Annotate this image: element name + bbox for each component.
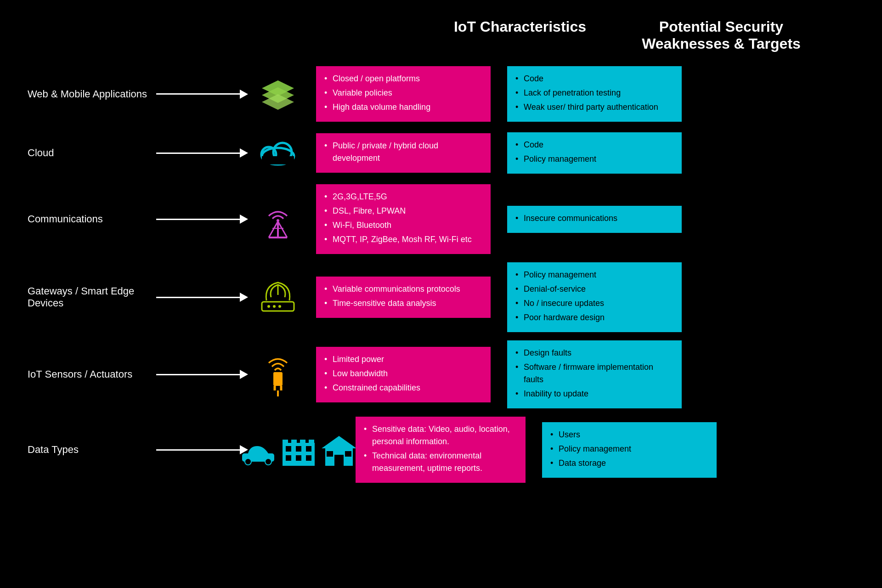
characteristic-item: High data volume handling — [324, 101, 482, 113]
arrow-iot-sensors — [156, 370, 248, 379]
weakness-item: Code — [515, 73, 673, 85]
row-data-types: Data Types Sensitive data: Video, audi — [28, 417, 854, 483]
arrow-communications — [156, 215, 248, 224]
label-iot-sensors: IoT Sensors / Actuators — [28, 368, 156, 380]
svg-point-14 — [267, 305, 270, 308]
svg-rect-33 — [309, 440, 314, 444]
row-iot-sensors: IoT Sensors / Actuators Limited powerLow… — [28, 340, 854, 408]
label-data-types: Data Types — [28, 444, 156, 456]
label-communications: Communications — [28, 213, 156, 225]
characteristics-web-mobile: Closed / open platformsVariable policies… — [316, 66, 491, 122]
icon-cloud — [248, 137, 308, 169]
icon-gateways — [248, 281, 308, 313]
characteristic-item: Technical data: environmental measuremen… — [364, 450, 517, 475]
svg-rect-6 — [262, 156, 294, 164]
characteristics-iot-sensors: Limited powerLow bandwidthConstrained ca… — [316, 347, 491, 402]
characteristic-item: 2G,3G,LTE,5G — [324, 191, 482, 203]
svg-rect-38 — [345, 451, 351, 457]
label-gateways: Gateways / Smart Edge Devices — [28, 285, 156, 309]
characteristic-item: Variable policies — [324, 87, 482, 99]
weakness-item: Code — [515, 139, 673, 151]
weakness-item: Policy management — [515, 153, 673, 165]
weakness-item: Weak user/ third party authentication — [515, 101, 673, 113]
arrow-data-types — [156, 445, 248, 454]
row-gateways: Gateways / Smart Edge Devices Variable c… — [28, 262, 854, 332]
weakness-item: Insecure communications — [515, 212, 673, 225]
arrow-web-mobile — [156, 90, 248, 99]
weakness-item: Lack of penetration testing — [515, 87, 673, 99]
weakness-item: Denial-of-service — [515, 283, 673, 295]
row-web-mobile: Web & Mobile Applications Closed / open … — [28, 66, 854, 122]
weakness-item: Policy management — [550, 443, 708, 455]
characteristic-item: Constrained capabilities — [324, 382, 482, 394]
icon-web-mobile — [248, 78, 308, 110]
characteristic-item: Low bandwidth — [324, 368, 482, 380]
svg-rect-36 — [334, 455, 344, 466]
svg-rect-30 — [283, 440, 288, 444]
svg-point-21 — [245, 458, 251, 465]
characteristic-item: Variable communications protocols — [324, 283, 482, 295]
characteristic-item: Limited power — [324, 353, 482, 366]
characteristic-item: MQTT, IP, ZigBee, Mosh RF, Wi-Fi etc — [324, 233, 482, 246]
col-header-weaknesses: Potential SecurityWeaknesses & Targets — [625, 18, 818, 52]
svg-rect-24 — [286, 446, 291, 452]
svg-rect-25 — [296, 446, 301, 452]
weakness-item: Inability to update — [515, 388, 673, 400]
characteristic-item: Sensitive data: Video, audio, location, … — [364, 423, 517, 448]
column-headers: IoT Characteristics Potential SecurityWe… — [28, 18, 854, 52]
icon-communications — [248, 198, 308, 240]
characteristics-cloud: Public / private / hybrid cloud developm… — [316, 133, 491, 173]
weakness-item: Data storage — [550, 457, 708, 469]
content-area: Web & Mobile Applications Closed / open … — [28, 66, 854, 483]
weakness-item: Policy management — [515, 269, 673, 281]
svg-point-12 — [277, 219, 279, 222]
characteristics-gateways: Variable communications protocolsTime-se… — [316, 277, 491, 318]
label-cloud: Cloud — [28, 147, 156, 159]
weakness-item: Users — [550, 429, 708, 441]
svg-point-22 — [265, 458, 271, 465]
svg-rect-37 — [327, 451, 333, 457]
weaknesses-communications: Insecure communications — [507, 206, 682, 233]
characteristic-item: Public / private / hybrid cloud developm… — [324, 140, 482, 164]
characteristic-item: Wi-Fi, Bluetooth — [324, 219, 482, 232]
weaknesses-web-mobile: CodeLack of penetration testingWeak user… — [507, 66, 682, 122]
svg-rect-28 — [296, 455, 301, 461]
arrow-gateways — [156, 293, 248, 302]
svg-rect-27 — [286, 455, 291, 461]
row-cloud: Cloud Public / private / hybrid cloud de… — [28, 130, 854, 176]
arrow-cloud — [156, 148, 248, 158]
svg-rect-13 — [262, 302, 294, 311]
characteristic-item: Closed / open platforms — [324, 73, 482, 85]
characteristic-item: DSL, Fibre, LPWAN — [324, 205, 482, 217]
svg-rect-26 — [306, 446, 311, 452]
weaknesses-data-types: UsersPolicy managementData storage — [542, 422, 717, 478]
weaknesses-gateways: Policy managementDenial-of-serviceNo / i… — [507, 262, 682, 332]
weakness-item: No / insecure updates — [515, 297, 673, 310]
weaknesses-cloud: CodePolicy management — [507, 132, 682, 174]
svg-rect-17 — [273, 372, 283, 386]
icon-data-types — [248, 434, 349, 466]
svg-point-16 — [278, 305, 281, 308]
characteristic-item: Time-sensitive data analysis — [324, 297, 482, 310]
page: IoT Characteristics Potential SecurityWe… — [0, 0, 882, 588]
characteristics-communications: 2G,3G,LTE,5GDSL, Fibre, LPWANWi-Fi, Blue… — [316, 184, 491, 254]
weakness-item: Design faults — [515, 347, 673, 359]
row-communications: Communications 2G,3G,LTE,5GDSL, Fibre, L… — [28, 184, 854, 254]
icon-iot-sensors — [248, 351, 308, 397]
svg-line-10 — [278, 221, 287, 237]
svg-point-15 — [273, 305, 276, 308]
svg-rect-31 — [291, 440, 297, 444]
label-web-mobile: Web & Mobile Applications — [28, 88, 156, 100]
weakness-item: Software / firmware implementation fault… — [515, 361, 673, 386]
weaknesses-iot-sensors: Design faultsSoftware / firmware impleme… — [507, 340, 682, 408]
svg-line-9 — [269, 221, 278, 237]
col-header-characteristics: IoT Characteristics — [424, 18, 616, 52]
weakness-item: Poor hardware design — [515, 311, 673, 324]
svg-marker-34 — [322, 436, 356, 448]
svg-rect-32 — [300, 440, 305, 444]
svg-rect-29 — [306, 455, 311, 461]
characteristics-data-types: Sensitive data: Video, audio, location, … — [356, 417, 526, 483]
